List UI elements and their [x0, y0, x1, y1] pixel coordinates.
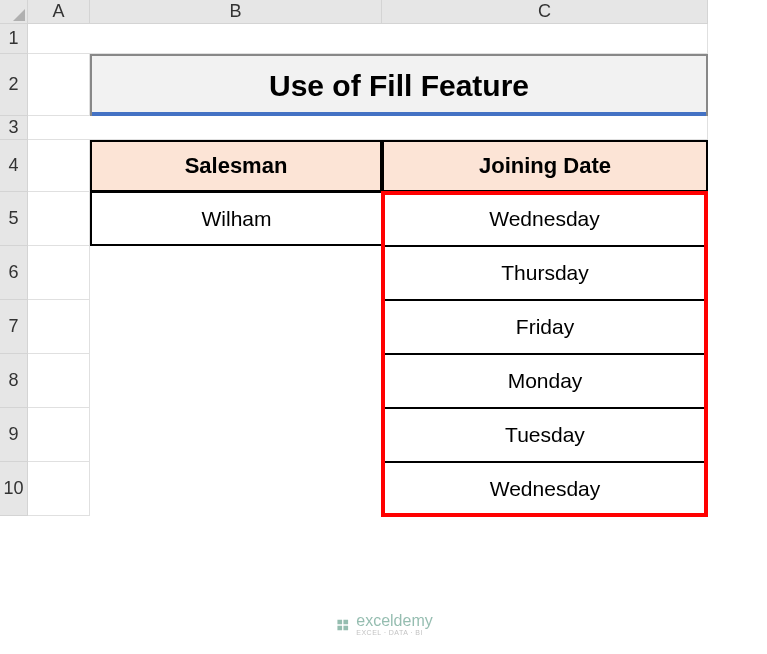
select-all-corner[interactable] — [0, 0, 28, 24]
row-header-3[interactable]: 3 — [0, 116, 28, 140]
row-header-10[interactable]: 10 — [0, 462, 28, 516]
row-header-8[interactable]: 8 — [0, 354, 28, 408]
col-header-c[interactable]: C — [382, 0, 708, 24]
row-header-9[interactable]: 9 — [0, 408, 28, 462]
row-header-4[interactable]: 4 — [0, 140, 28, 192]
header-joining-date[interactable]: Joining Date — [382, 140, 708, 192]
title-cell[interactable]: Use of Fill Feature — [90, 54, 708, 116]
watermark: exceldemy EXCEL · DATA · BI — [334, 613, 432, 636]
row-header-2[interactable]: 2 — [0, 54, 28, 116]
cell-salesman[interactable]: Wilham — [90, 192, 382, 246]
watermark-tagline: EXCEL · DATA · BI — [356, 629, 432, 636]
cell-date-3[interactable]: Monday — [382, 354, 708, 408]
col-header-a[interactable]: A — [28, 0, 90, 24]
cell-date-2[interactable]: Friday — [382, 300, 708, 354]
watermark-icon — [334, 617, 350, 633]
cell-date-1[interactable]: Thursday — [382, 246, 708, 300]
cell-date-5[interactable]: Wednesday — [382, 462, 708, 516]
page-title: Use of Fill Feature — [269, 69, 529, 103]
row-header-5[interactable]: 5 — [0, 192, 28, 246]
watermark-name: exceldemy — [356, 613, 432, 629]
row-header-1[interactable]: 1 — [0, 24, 28, 54]
row-header-6[interactable]: 6 — [0, 246, 28, 300]
header-salesman[interactable]: Salesman — [90, 140, 382, 192]
cell-date-0[interactable]: Wednesday — [382, 192, 708, 246]
col-header-b[interactable]: B — [90, 0, 382, 24]
row-header-7[interactable]: 7 — [0, 300, 28, 354]
spreadsheet-grid: A B C 1 2 Use of Fill Feature 3 4 5 6 7 … — [0, 0, 767, 516]
cell-date-4[interactable]: Tuesday — [382, 408, 708, 462]
